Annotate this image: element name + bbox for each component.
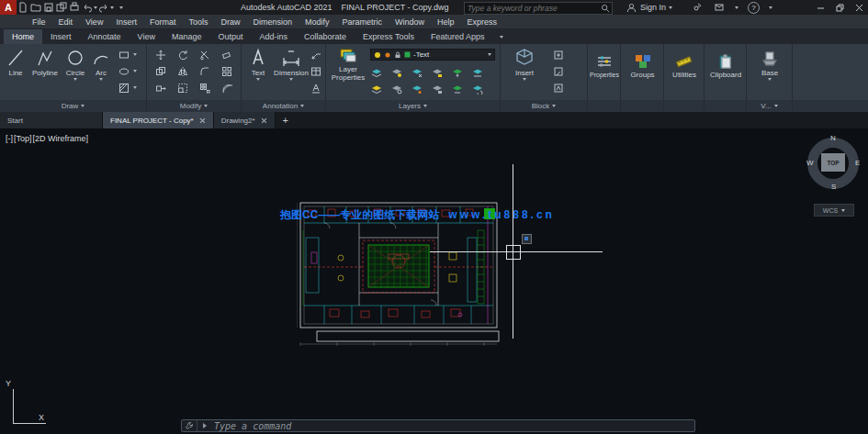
menu-view[interactable]: View bbox=[79, 15, 109, 29]
layer-freeze-icon[interactable] bbox=[411, 66, 423, 79]
viewport-view-button[interactable]: [Top] bbox=[14, 134, 32, 143]
rectangle-icon[interactable] bbox=[118, 49, 130, 61]
command-customize-icon[interactable] bbox=[182, 420, 197, 431]
file-tab-active[interactable]: FINAL PROJECT - Copy* bbox=[103, 112, 214, 128]
menu-tools[interactable]: Tools bbox=[182, 15, 214, 29]
ribbon-tab-collaborate[interactable]: Collaborate bbox=[296, 29, 355, 44]
menu-insert[interactable]: Insert bbox=[109, 15, 143, 29]
arc-dropdown-icon[interactable] bbox=[99, 78, 103, 81]
drawing-canvas[interactable]: [-] [Top] [2D Wireframe] bbox=[0, 128, 868, 434]
file-tab-start[interactable]: Start bbox=[0, 112, 103, 128]
new-drawing-tab-button[interactable]: + bbox=[276, 112, 296, 128]
command-input[interactable]: Type a command bbox=[214, 421, 291, 431]
match-layer-icon[interactable] bbox=[471, 66, 484, 79]
hatch-dropdown-icon[interactable] bbox=[133, 86, 137, 89]
stay-connected-icon[interactable] bbox=[713, 1, 726, 14]
viewport-menu-button[interactable]: [-] bbox=[6, 134, 13, 143]
circle-button[interactable]: Circle bbox=[62, 48, 88, 81]
search-icon[interactable] bbox=[599, 2, 612, 15]
panel-annotation-footer[interactable]: Annotation bbox=[242, 100, 325, 112]
help-search-box[interactable] bbox=[464, 2, 613, 15]
scale-icon[interactable] bbox=[176, 82, 189, 95]
array-icon[interactable] bbox=[198, 82, 211, 95]
sign-in-area[interactable]: Sign In bbox=[625, 0, 672, 15]
menu-format[interactable]: Format bbox=[143, 15, 183, 29]
ribbon-tab-view[interactable]: View bbox=[130, 29, 163, 44]
redo-dropdown-icon[interactable] bbox=[110, 6, 114, 9]
autocad-logo-icon[interactable]: A bbox=[0, 0, 17, 15]
file-tab-close-icon[interactable] bbox=[199, 117, 206, 124]
line-button[interactable]: Line bbox=[4, 48, 28, 77]
ribbon-tab-insert[interactable]: Insert bbox=[42, 29, 80, 44]
hatch-icon[interactable] bbox=[118, 82, 130, 95]
menu-window[interactable]: Window bbox=[389, 15, 431, 29]
panel-layers-footer[interactable]: Layers bbox=[326, 100, 500, 112]
menu-help[interactable]: Help bbox=[431, 15, 461, 29]
undo-icon[interactable] bbox=[81, 1, 94, 14]
move-icon[interactable] bbox=[154, 49, 167, 61]
insert-dropdown-icon[interactable] bbox=[523, 78, 526, 81]
ribbon-tab-home[interactable]: Home bbox=[4, 29, 42, 44]
base-button[interactable]: Base bbox=[754, 50, 785, 81]
dimension-dropdown-icon[interactable] bbox=[289, 78, 293, 81]
layer-off-icon[interactable] bbox=[370, 66, 383, 79]
command-line[interactable]: Type a command bbox=[181, 419, 695, 432]
dimension-button[interactable]: Dimension bbox=[275, 48, 308, 81]
viewcube[interactable]: N W E S TOP bbox=[806, 136, 861, 191]
viewcube-south[interactable]: S bbox=[831, 183, 836, 191]
layer-unlock-icon[interactable] bbox=[431, 83, 444, 95]
menu-express[interactable]: Express bbox=[461, 15, 504, 29]
ribbon-display-toggle-icon[interactable] bbox=[500, 36, 503, 39]
plot-icon[interactable] bbox=[68, 1, 81, 14]
ribbon-tab-annotate[interactable]: Annotate bbox=[80, 29, 130, 44]
trim-icon[interactable] bbox=[198, 49, 211, 61]
arc-button[interactable]: Arc bbox=[90, 48, 112, 81]
restore-icon[interactable] bbox=[833, 1, 846, 14]
menu-parametric[interactable]: Parametric bbox=[336, 15, 389, 29]
layer-walk-icon[interactable] bbox=[451, 83, 464, 95]
groups-button[interactable]: Groups bbox=[625, 53, 660, 79]
save-icon[interactable] bbox=[42, 1, 55, 14]
viewport-style-button[interactable]: [2D Wireframe] bbox=[33, 134, 89, 143]
table-icon[interactable] bbox=[310, 65, 322, 78]
base-dropdown-icon[interactable] bbox=[768, 78, 772, 81]
mirror-icon[interactable] bbox=[176, 65, 189, 78]
minimize-icon[interactable] bbox=[814, 1, 827, 14]
erase-icon[interactable] bbox=[220, 49, 233, 61]
ribbon-tab-featured-apps[interactable]: Featured Apps bbox=[423, 29, 493, 44]
connect-dropdown-icon[interactable] bbox=[735, 6, 738, 9]
ellipse-dropdown-icon[interactable] bbox=[133, 70, 137, 72]
ribbon-tab-express-tools[interactable]: Express Tools bbox=[355, 29, 423, 44]
text-style-icon[interactable] bbox=[310, 82, 322, 95]
layer-properties-button[interactable]: Layer Properties bbox=[330, 48, 366, 82]
autodesk-360-icon[interactable] bbox=[691, 1, 704, 14]
search-input[interactable] bbox=[465, 4, 599, 13]
ribbon-tab-addins[interactable]: Add-ins bbox=[251, 29, 296, 44]
help-icon[interactable]: ? bbox=[748, 2, 760, 14]
viewcube-top-face[interactable]: TOP bbox=[821, 153, 845, 172]
write-block-icon[interactable] bbox=[552, 65, 565, 78]
menu-file[interactable]: File bbox=[26, 15, 52, 29]
ribbon-tab-output[interactable]: Output bbox=[209, 29, 251, 44]
layer-unisolate-icon[interactable] bbox=[390, 83, 403, 95]
ellipse-icon[interactable] bbox=[118, 65, 130, 78]
redo-icon[interactable] bbox=[97, 1, 110, 14]
save-as-icon[interactable] bbox=[55, 1, 68, 14]
qat-dropdown-icon[interactable] bbox=[119, 6, 123, 9]
insert-button[interactable]: Insert bbox=[510, 48, 539, 81]
layer-lock-tool-icon[interactable] bbox=[431, 66, 444, 79]
rectangle-dropdown-icon[interactable] bbox=[133, 53, 137, 56]
wcs-selector[interactable]: WCS bbox=[814, 204, 854, 217]
ribbon-tab-manage[interactable]: Manage bbox=[163, 29, 210, 44]
clipboard-button[interactable]: Clipboard bbox=[708, 53, 743, 79]
viewcube-west[interactable]: W bbox=[806, 159, 814, 167]
offset-icon[interactable] bbox=[220, 82, 233, 95]
properties-button[interactable]: Properties bbox=[589, 53, 620, 79]
panel-block-footer[interactable]: Block bbox=[501, 100, 587, 112]
layer-previous-icon[interactable] bbox=[471, 83, 484, 95]
panel-draw-footer[interactable]: Draw bbox=[0, 100, 146, 112]
attributes-icon[interactable] bbox=[552, 82, 565, 95]
text-button[interactable]: Text bbox=[246, 48, 270, 81]
panel-view-footer[interactable]: V... bbox=[747, 100, 792, 112]
explode-icon[interactable] bbox=[220, 65, 233, 78]
